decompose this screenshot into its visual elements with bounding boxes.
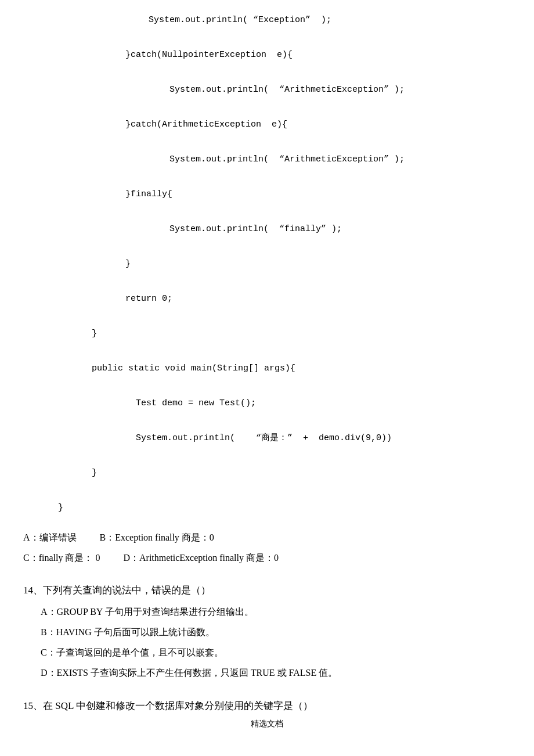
q14-option-d: D：EXISTS 子查询实际上不产生任何数据，只返回 TRUE 或 FALSE … — [23, 663, 511, 683]
code-line-blank2 — [23, 64, 511, 81]
code-line-8: } — [23, 255, 511, 273]
code-line-12: Test demo = new Test(); — [23, 395, 511, 412]
code-line-blank12 — [23, 412, 511, 430]
code-line-blank9 — [23, 308, 511, 325]
code-line-15: } — [23, 499, 511, 517]
q13-options: A：编译错误 B：Exception finally 商是：0 C：finall… — [23, 527, 511, 568]
q13-options-row2: C：finally 商是： 0 D：ArithmeticException fi… — [23, 548, 511, 568]
q15-title: 15、在 SQL 中创建和修改一个数据库对象分别使用的关键字是（） — [23, 695, 511, 717]
code-line-9: return 0; — [23, 290, 511, 308]
q13-option-b: B：Exception finally 商是：0 — [100, 527, 214, 548]
code-line-blank13 — [23, 447, 511, 465]
q13-option-c: C：finally 商是： 0 — [23, 548, 100, 568]
code-line-blank6 — [23, 203, 511, 221]
code-line-blank7 — [23, 238, 511, 255]
code-line-blank10 — [23, 343, 511, 360]
code-line-blank14 — [23, 482, 511, 499]
q13-option-a: A：编译错误 — [23, 527, 77, 548]
q14-title: 14、下列有关查询的说法中，错误的是（） — [23, 579, 511, 601]
code-line-2: }catch(NullpointerException e){ — [23, 46, 511, 64]
code-line-4: }catch(ArithmeticException e){ — [23, 116, 511, 134]
code-line-10: } — [23, 325, 511, 343]
code-block: System.out.println( “Exception” ); }catc… — [23, 12, 511, 517]
code-line-blank3 — [23, 99, 511, 116]
code-line-7: System.out.println( “finally” ); — [23, 221, 511, 238]
footer-text: 精选文档 — [23, 719, 511, 729]
code-line-1: System.out.println( “Exception” ); — [23, 12, 511, 29]
code-line-3: System.out.println( “ArithmeticException… — [23, 81, 511, 99]
code-line-5: System.out.println( “ArithmeticException… — [23, 151, 511, 168]
code-line-6: }finally{ — [23, 186, 511, 203]
q14-option-a: A：GROUP BY 子句用于对查询结果进行分组输出。 — [23, 602, 511, 622]
code-line-14: } — [23, 465, 511, 482]
code-line-13: System.out.println( “商是：” + demo.div(9,0… — [23, 430, 511, 447]
code-line-blank8 — [23, 273, 511, 290]
q14-option-c: C：子查询返回的是单个值，且不可以嵌套。 — [23, 642, 511, 663]
code-line-blank4 — [23, 134, 511, 151]
code-line-blank11 — [23, 377, 511, 395]
code-line-11: public static void main(String[] args){ — [23, 360, 511, 377]
code-line-blank5 — [23, 168, 511, 186]
code-line-blank1 — [23, 29, 511, 46]
q13-options-row1: A：编译错误 B：Exception finally 商是：0 — [23, 527, 511, 548]
q13-option-d: D：ArithmeticException finally 商是：0 — [123, 548, 279, 568]
q14-option-b: B：HAVING 子句后面可以跟上统计函数。 — [23, 622, 511, 642]
